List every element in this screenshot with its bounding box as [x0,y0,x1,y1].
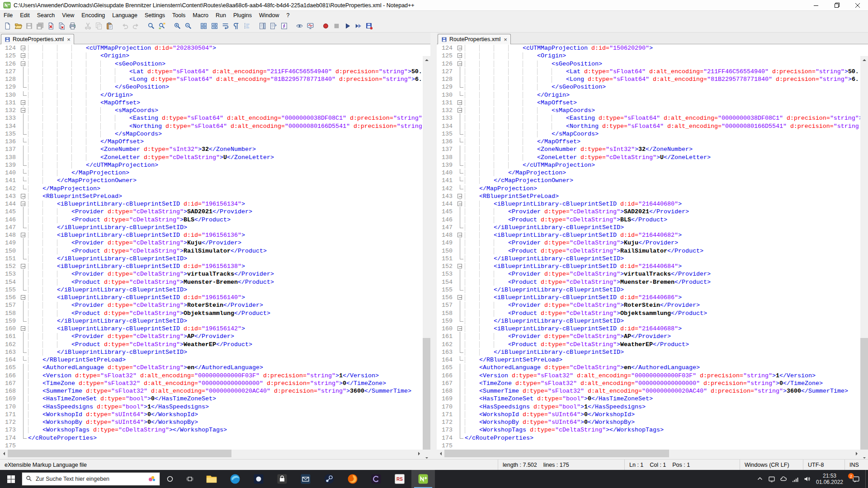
menu-window[interactable]: Window [255,11,283,19]
fold-collapse-box[interactable] [457,52,464,60]
code-line[interactable]: 159 </iBlueprintLibrary-cBlueprintSetID> [437,317,860,325]
scroll-track[interactable] [444,450,853,457]
status-insert-mode[interactable]: INS [844,460,868,470]
show-desktop-button[interactable] [865,470,868,488]
scroll-thumb[interactable] [860,338,868,454]
view-browser-button[interactable] [294,21,305,32]
close-all-button[interactable] [56,21,67,32]
code-line[interactable]: 173 <WorkshopTags d:type="cDeltaString">… [0,426,423,434]
code-line[interactable]: 129 </sGeoPosition> [437,83,860,91]
scroll-thumb[interactable] [444,450,669,457]
doc-list-button[interactable] [268,21,278,32]
fold-collapse-box[interactable] [457,200,464,208]
code-line[interactable]: 139 </cUTMMapProjection> [0,161,423,169]
scroll-track[interactable] [8,450,415,457]
taskbar-store-icon[interactable] [270,470,294,488]
code-line[interactable]: 158 <Product d:type="cDeltaString">Objek… [0,310,423,317]
horizontal-scrollbar-left[interactable] [0,450,423,457]
word-wrap-button[interactable] [220,21,231,32]
code-line[interactable]: 156 <iBlueprintLibrary-cBlueprintSetID d… [437,294,860,301]
start-button[interactable] [0,470,22,488]
scroll-right-arrow[interactable] [415,450,423,457]
tray-onedrive-icon[interactable] [778,470,789,488]
scroll-thumb[interactable] [423,338,430,454]
code-line[interactable]: 162 <Product d:type="cDeltaString">Weath… [437,341,860,348]
scroll-track[interactable] [423,64,430,454]
code-line[interactable]: 165 <AuthoredLanguage d:type="cDeltaStri… [437,364,860,371]
code-line[interactable]: 175 [0,442,423,450]
taskbar-mail-icon[interactable] [294,470,317,488]
code-line[interactable]: 148 <iBlueprintLibrary-cBlueprintSetID d… [437,231,860,239]
code-line[interactable]: 135 </sMapCoords> [437,130,860,138]
code-line[interactable]: 129 </sGeoPosition> [0,83,423,91]
monitoring-button[interactable] [305,21,316,32]
action-center-button[interactable]: 2 [846,470,865,488]
menu-search[interactable]: Search [33,11,59,19]
code-line[interactable]: 133 <Easting d:type="sFloat64" d:alt_enc… [437,114,860,122]
fold-collapse-box[interactable] [20,263,27,270]
code-line[interactable]: 145 <Provider d:type="cDeltaString">SAD2… [0,208,423,216]
code-line[interactable]: 169 <HasTimeZoneSet d:type="bool">0</Has… [437,395,860,403]
close-button[interactable] [847,0,868,10]
fold-collapse-box[interactable] [20,200,27,208]
code-line[interactable]: 140 </MapProjection> [0,169,423,177]
code-line[interactable]: 147 </iBlueprintLibrary-cBlueprintSetID> [0,224,423,231]
taskbar-app-c-icon[interactable] [364,470,388,488]
tray-volume-icon[interactable] [801,470,813,488]
code-line[interactable]: 160 <iBlueprintLibrary-cBlueprintSetID d… [437,325,860,333]
code-line[interactable]: 126 <sGeoPosition> [437,60,860,68]
scroll-left-arrow[interactable] [0,450,8,457]
code-line[interactable]: 154 <Product d:type="cDeltaString">Muens… [0,278,423,286]
code-line[interactable]: 157 <Provider d:type="cDeltaString">Rote… [437,301,860,309]
fold-collapse-box[interactable] [457,294,464,301]
fold-collapse-box[interactable] [457,99,464,107]
code-line[interactable]: 146 <Product d:type="cDeltaString">BLS</… [0,216,423,224]
code-line[interactable]: 124 <cUTMMapProjection d:id="202830504"> [0,44,423,52]
tab-routeproperties-right[interactable]: RouteProperties.xml × [438,34,511,44]
menu-settings[interactable]: Settings [141,11,169,19]
code-line[interactable]: 157 <Provider d:type="cDeltaString">Rote… [0,301,423,309]
code-line[interactable]: 148 <iBlueprintLibrary-cBlueprintSetID d… [0,231,423,239]
code-line[interactable]: 132 <sMapCoords> [437,107,860,114]
code-line[interactable]: 152 <iBlueprintLibrary-cBlueprintSetID d… [0,263,423,270]
fold-collapse-box[interactable] [457,44,464,52]
taskbar-search-input[interactable]: Zur Suche Text hier eingeben [22,472,160,486]
tab-routeproperties-left[interactable]: RouteProperties.xml × [1,34,74,44]
scroll-up-arrow[interactable] [860,56,868,64]
code-line[interactable]: 161 <Provider d:type="cDeltaString">AP</… [0,333,423,340]
code-line[interactable]: 128 <Long d:type="sFloat64" d:alt_encodi… [437,75,860,83]
doc-map-button[interactable] [257,21,268,32]
taskbar-file-explorer-icon[interactable] [200,470,223,488]
fold-collapse-box[interactable] [20,107,27,114]
code-line[interactable]: 170 <HasSpeedsigns d:type="bool">1</HasS… [0,403,423,411]
minimize-button[interactable] [806,0,826,10]
code-line[interactable]: 167 <TimeZone d:type="sFloat32" d:alt_en… [0,380,423,387]
code-line[interactable]: 127 <Lat d:type="sFloat64" d:alt_encodin… [437,68,860,75]
menu-help[interactable]: ? [283,11,293,19]
code-line[interactable]: 171 <WorkshopId d:type="sUInt64">0</Work… [437,411,860,418]
code-line[interactable]: 164 </RBlueprintSetPreLoad> [0,356,423,364]
code-line[interactable]: 142 </MapProjection> [437,185,860,192]
restore-button[interactable] [826,0,847,10]
code-line[interactable]: 128 <Long d:type="sFloat64" d:alt_encodi… [0,75,423,83]
code-line[interactable]: 134 <Northing d:type="sFloat64" d:alt_en… [437,122,860,130]
code-line[interactable]: 149 <Provider d:type="cDeltaString">Kuju… [0,239,423,247]
code-line[interactable]: 153 <Provider d:type="cDeltaString">virt… [437,270,860,278]
scroll-left-arrow[interactable] [437,450,444,457]
code-line[interactable]: 143 <RBlueprintSetPreLoad> [0,192,423,200]
taskbar-photos-icon[interactable] [247,470,270,488]
paste-button[interactable] [104,21,115,32]
code-line[interactable]: 172 <WorkshopBy d:type="sUInt64">0</Work… [437,418,860,426]
code-line[interactable]: 144 <iBlueprintLibrary-cBlueprintSetID d… [437,200,860,208]
scroll-track[interactable] [860,64,868,454]
code-line[interactable]: 151 </iBlueprintLibrary-cBlueprintSetID> [437,255,860,263]
new-file-button[interactable] [2,21,13,32]
code-line[interactable]: 168 <SummerTime d:type="sFloat32" d:alt_… [437,387,860,395]
taskbar-notepadpp-icon[interactable] [411,470,435,488]
code-line[interactable]: 136 </MapOffset> [0,138,423,145]
code-line[interactable]: 125 <Origin> [0,52,423,60]
open-file-button[interactable] [13,21,24,32]
code-line[interactable]: 162 <Product d:type="cDeltaString">Weath… [0,341,423,348]
vertical-scrollbar-right[interactable] [860,56,868,461]
fold-collapse-box[interactable] [457,60,464,68]
